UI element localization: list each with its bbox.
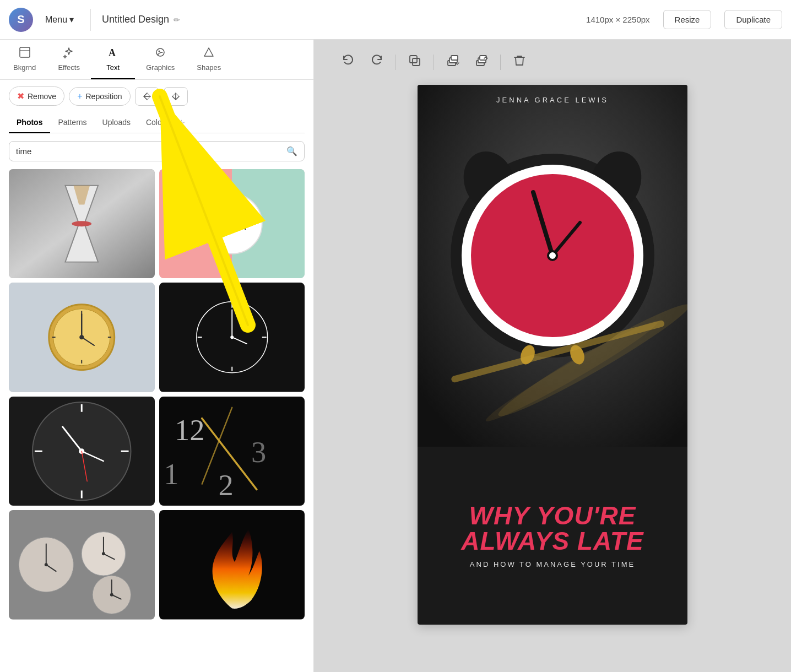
- canvas-area: JENNA GRACE LEWIS WHY YOU'RE ALWAYS LATE…: [314, 40, 791, 672]
- edit-title-icon[interactable]: ✏: [174, 15, 180, 24]
- photo-clock-numbers[interactable]: 12 1 2 3: [159, 397, 305, 506]
- resize-button[interactable]: Resize: [663, 10, 712, 29]
- photo-clock-pink[interactable]: [159, 169, 305, 278]
- tab-bkgrnd-label: Bkgrnd: [13, 63, 36, 72]
- effects-icon: [63, 46, 75, 61]
- search-bar: 🔍: [9, 141, 305, 161]
- photo-hourglass[interactable]: [9, 169, 155, 278]
- svg-text:A: A: [109, 47, 116, 58]
- svg-text:12: 12: [175, 413, 205, 447]
- svg-text:1: 1: [164, 457, 178, 490]
- search-input[interactable]: [16, 147, 282, 156]
- svg-text:3: 3: [251, 435, 266, 469]
- graphics-icon: [154, 46, 166, 61]
- photo-wall-clock[interactable]: [9, 397, 155, 506]
- tab-shapes[interactable]: Shapes: [186, 40, 232, 79]
- tab-bkgrnd[interactable]: Bkgrnd: [2, 40, 47, 79]
- title-area: Untitled Design ✏: [102, 14, 579, 25]
- flip-horizontal-button[interactable]: [164, 87, 188, 106]
- sub-tab-uploads[interactable]: Uploads: [95, 113, 138, 133]
- svg-point-6: [72, 221, 91, 226]
- shapes-icon: [203, 46, 215, 61]
- svg-rect-63: [413, 58, 420, 66]
- svg-rect-0: [20, 47, 30, 57]
- photo-fire[interactable]: [159, 510, 305, 619]
- user-avatar[interactable]: S: [9, 8, 33, 32]
- book-subtitle: AND HOW TO MANAGE YOUR TIME: [470, 560, 635, 568]
- copy-button[interactable]: [403, 51, 427, 74]
- canvas-toolbar: [325, 51, 780, 74]
- reposition-plus-icon: +: [77, 91, 82, 101]
- svg-point-3: [159, 51, 160, 52]
- menu-button[interactable]: Menu ▾: [40, 11, 79, 28]
- sidebar-content: ✖ Remove + Reposition Photos Patterns U: [0, 80, 313, 672]
- undo-button[interactable]: [336, 51, 360, 74]
- svg-text:2: 2: [218, 468, 233, 501]
- redo-button[interactable]: [365, 51, 389, 74]
- tab-text-label: Text: [106, 63, 120, 72]
- toolbar-separator-3: [500, 55, 501, 70]
- sub-tab-patterns[interactable]: Patterns: [50, 113, 94, 133]
- flip-vertical-button[interactable]: [135, 87, 159, 106]
- action-row: ✖ Remove + Reposition: [9, 86, 305, 106]
- photo-clock-gold[interactable]: [9, 283, 155, 392]
- design-canvas: JENNA GRACE LEWIS WHY YOU'RE ALWAYS LATE…: [418, 85, 687, 625]
- layer-down-button[interactable]: [441, 51, 465, 74]
- toolbar-separator-1: [396, 55, 396, 70]
- canvas-dimensions: 1410px × 2250px: [586, 15, 650, 24]
- toolbar-separator-2: [434, 55, 434, 70]
- search-icon[interactable]: 🔍: [286, 146, 297, 156]
- app-header: S Menu ▾ Untitled Design ✏ 1410px × 2250…: [0, 0, 791, 40]
- bkgrnd-icon: [19, 46, 31, 61]
- tab-effects[interactable]: Effects: [47, 40, 91, 79]
- remove-icon: ✖: [17, 91, 24, 101]
- main-layout: Bkgrnd Effects A Text Graphics: [0, 40, 791, 672]
- remove-button[interactable]: ✖ Remove: [9, 86, 64, 106]
- duplicate-button[interactable]: Duplicate: [724, 10, 782, 29]
- header-divider: [90, 9, 91, 31]
- tab-effects-label: Effects: [58, 63, 80, 72]
- toolbar-tabs: Bkgrnd Effects A Text Graphics: [0, 40, 313, 80]
- delete-button[interactable]: [507, 51, 532, 74]
- sidebar: Bkgrnd Effects A Text Graphics: [0, 40, 314, 672]
- document-title: Untitled Design: [102, 14, 169, 25]
- reposition-button[interactable]: + Reposition: [69, 87, 131, 106]
- text-icon: A: [107, 46, 119, 61]
- photo-clock-dark[interactable]: [159, 283, 305, 392]
- sub-tab-color[interactable]: Color: [138, 113, 172, 133]
- tab-text[interactable]: A Text: [91, 40, 135, 79]
- photo-grid: 12 1 2 3: [9, 169, 305, 620]
- canvas-top-section: JENNA GRACE LEWIS: [418, 85, 687, 447]
- sub-tab-photos[interactable]: Photos: [9, 113, 50, 133]
- canvas-bottom-section: WHY YOU'RE ALWAYS LATE AND HOW TO MANAGE…: [418, 447, 687, 625]
- svg-rect-70: [480, 56, 486, 60]
- author-name: JENNA GRACE LEWIS: [418, 96, 687, 104]
- svg-rect-67: [451, 56, 458, 60]
- tab-graphics-label: Graphics: [146, 63, 175, 72]
- tab-shapes-label: Shapes: [197, 63, 221, 72]
- svg-rect-64: [410, 56, 417, 63]
- photo-multiple-clocks[interactable]: [9, 510, 155, 619]
- sub-tabs: Photos Patterns Uploads Color ☆: [9, 113, 305, 133]
- layer-up-button[interactable]: [469, 51, 494, 74]
- tab-graphics[interactable]: Graphics: [135, 40, 186, 79]
- svg-point-82: [549, 252, 556, 259]
- book-title: WHY YOU'RE ALWAYS LATE: [461, 503, 643, 554]
- sub-tab-favorites[interactable]: ☆: [172, 113, 191, 133]
